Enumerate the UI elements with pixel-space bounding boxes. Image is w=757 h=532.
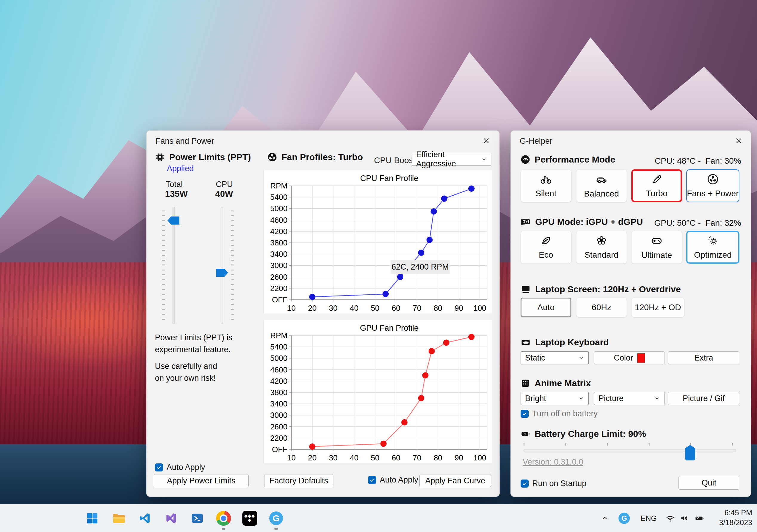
svg-text:30: 30 — [329, 304, 338, 313]
svg-text:2600: 2600 — [270, 422, 288, 431]
desktop: Fans and Power Power Limits (PPT) Applie… — [0, 0, 757, 532]
visual-studio-button[interactable] — [163, 510, 180, 527]
ghelper-running-indicator — [274, 528, 278, 530]
chevron-up-icon — [601, 515, 609, 522]
ghelper-titlebar[interactable]: G-Helper — [511, 131, 751, 149]
screen-button-120hz-od[interactable]: 120Hz + OD — [631, 297, 684, 317]
clock[interactable]: 6:45 PM 3/18/2023 — [719, 508, 752, 527]
anime-mode-dropdown[interactable]: Picture — [594, 392, 664, 405]
battery-tray-button[interactable] — [692, 510, 707, 527]
mode-button-turbo[interactable]: Turbo — [631, 169, 682, 202]
anime-picture-gif-button[interactable]: Picture / Gif — [668, 392, 740, 405]
svg-text:CPU Fan Profile: CPU Fan Profile — [360, 174, 418, 183]
auto-apply-fan-checkbox[interactable]: Auto Apply — [368, 475, 418, 485]
gpu-button-optimized[interactable]: Optimized — [686, 231, 740, 264]
mode-button-balanced[interactable]: Balanced — [576, 169, 627, 202]
run-on-startup-checkbox[interactable]: Run on Startup — [521, 479, 587, 488]
turn-off-on-battery-checkbox[interactable]: Turn off on battery — [521, 409, 598, 418]
screen-button-auto[interactable]: Auto — [521, 297, 571, 317]
checkbox-checked-icon — [368, 476, 376, 484]
ghelper-taskbar-button[interactable]: G — [267, 510, 285, 527]
rocket-icon — [651, 173, 663, 185]
tray-ghelper-button[interactable]: G — [617, 510, 632, 527]
svg-text:3000: 3000 — [270, 411, 288, 420]
keyboard-extra-button[interactable]: Extra — [668, 351, 740, 364]
keyboard-color-button[interactable]: Color — [594, 351, 664, 364]
mode-button-silent[interactable]: Silent — [521, 169, 571, 202]
gpu-button-ultimate[interactable]: Ultimate — [631, 231, 682, 264]
cpu-boost-dropdown[interactable]: Efficient Aggressive — [411, 153, 491, 166]
svg-text:10: 10 — [287, 304, 296, 313]
version-link[interactable]: Version: 0.31.0.0 — [523, 458, 583, 467]
apply-power-limits-button[interactable]: Apply Power Limits — [154, 474, 249, 487]
cpu-slider-track[interactable] — [221, 207, 223, 324]
chevron-down-icon — [481, 156, 487, 162]
flower-icon — [595, 235, 607, 247]
chevron-down-icon — [578, 395, 584, 401]
vscode-icon — [138, 512, 151, 525]
matrix-grid-icon — [520, 378, 530, 388]
svg-text:90: 90 — [455, 453, 463, 462]
svg-text:3800: 3800 — [270, 388, 288, 397]
speaker-icon — [680, 514, 689, 523]
vscode-button[interactable] — [136, 510, 153, 527]
visual-studio-icon — [165, 512, 178, 525]
checkbox-checked-icon — [155, 463, 163, 471]
factory-defaults-button[interactable]: Factory Defaults — [264, 474, 333, 487]
quit-button[interactable]: Quit — [679, 476, 740, 490]
tray-expand-button[interactable] — [598, 510, 611, 527]
screen-button-60hz[interactable]: 60Hz — [576, 297, 627, 317]
keyboard-mode-dropdown[interactable]: Static — [521, 351, 589, 364]
powershell-icon — [191, 512, 204, 525]
gpu-mode-header: GPU Mode: iGPU + dGPU — [520, 216, 643, 227]
anime-brightness-dropdown[interactable]: Bright — [521, 392, 589, 405]
battery-charge-limit-header: Battery Charge Limit: 90% — [520, 429, 646, 439]
battery-charging-icon — [694, 513, 705, 523]
auto-apply-power-checkbox[interactable]: Auto Apply — [155, 463, 205, 472]
svg-text:80: 80 — [434, 453, 442, 462]
svg-text:OFF: OFF — [272, 295, 288, 304]
bicycle-icon — [540, 173, 552, 185]
svg-text:30: 30 — [329, 453, 338, 462]
wifi-tray-button[interactable] — [663, 510, 677, 527]
total-slider-ticks — [162, 210, 165, 320]
start-button[interactable] — [84, 510, 101, 527]
fan-icon — [707, 173, 719, 185]
apply-fan-curve-button[interactable]: Apply Fan Curve — [419, 474, 491, 487]
folder-icon — [111, 511, 126, 525]
chrome-running-indicator — [222, 528, 226, 530]
svg-text:4200: 4200 — [270, 227, 288, 236]
file-explorer-button[interactable] — [110, 510, 127, 527]
svg-text:5000: 5000 — [270, 204, 288, 213]
gpu-fan-curve-chart[interactable]: GPU Fan Profile102030405060708090100OFF2… — [263, 320, 492, 463]
gpu-button-standard[interactable]: Standard — [576, 231, 627, 264]
gpu-button-eco[interactable]: Eco — [521, 231, 571, 264]
fans-window-title: Fans and Power — [156, 137, 214, 146]
powershell-button[interactable] — [189, 510, 206, 527]
svg-text:80: 80 — [434, 304, 442, 313]
cpu-slider-value: 40W — [215, 189, 233, 199]
language-indicator[interactable]: ENG — [641, 514, 657, 523]
power-limits-applied-link[interactable]: Applied — [167, 164, 194, 173]
fans-window-titlebar[interactable]: Fans and Power — [147, 131, 500, 149]
chrome-button[interactable] — [215, 510, 232, 527]
gear-spark-icon — [707, 235, 719, 247]
svg-text:GPU Fan Profile: GPU Fan Profile — [360, 323, 419, 332]
svg-text:90: 90 — [455, 304, 463, 313]
chevron-down-icon — [578, 355, 584, 361]
ghelper-close-button[interactable] — [733, 135, 745, 146]
anime-matrix-header: Anime Matrix — [520, 378, 591, 388]
cpu-boost-label: CPU Boost — [374, 156, 415, 165]
tidal-button[interactable]: ◆ ◆ ◆ ◆ — [241, 510, 258, 527]
battery-slider-track[interactable] — [524, 449, 736, 452]
chevron-down-icon — [654, 395, 660, 401]
fans-window-close-button[interactable] — [480, 135, 492, 146]
ghelper-icon: G — [269, 512, 283, 525]
cpu-fan-curve-chart[interactable]: CPU Fan Profile102030405060708090100OFF2… — [263, 170, 492, 313]
mode-button-fans-power[interactable]: Fans + Power — [686, 169, 740, 202]
battery-slider-thumb[interactable] — [685, 445, 695, 461]
total-slider-thumb[interactable] — [167, 216, 179, 225]
cpu-temp-fan-status: CPU: 48°C - Fan: 30% — [654, 156, 741, 166]
volume-tray-button[interactable] — [678, 510, 691, 527]
cpu-slider-thumb[interactable] — [216, 269, 228, 277]
